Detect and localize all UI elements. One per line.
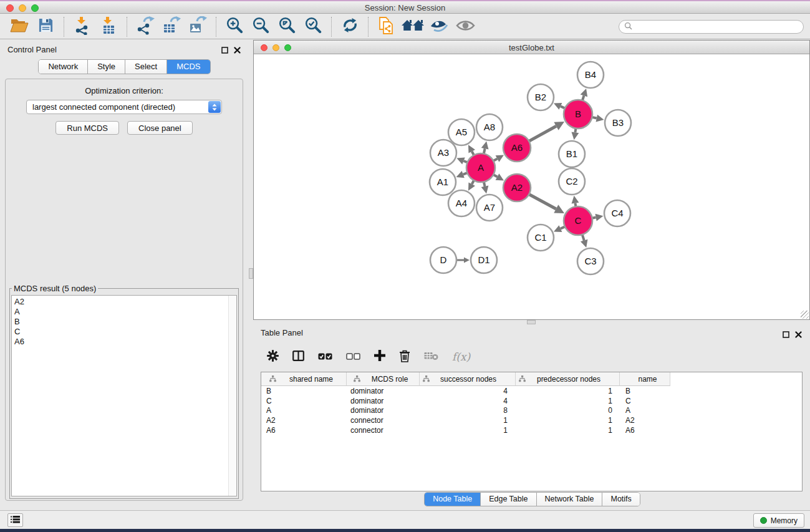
tab-motifs[interactable]: Motifs (602, 493, 639, 506)
control-panel-title: Control Panel (7, 45, 57, 54)
zoom-out-button[interactable] (248, 16, 274, 38)
search-input[interactable] (635, 22, 798, 31)
horizontal-splitter-handle[interactable] (527, 320, 536, 324)
close-panel-icon[interactable] (234, 45, 241, 56)
tab-edge-table[interactable]: Edge Table (481, 493, 536, 506)
table-cell[interactable]: 1 (420, 426, 516, 435)
table-cell[interactable]: 4 (420, 387, 516, 395)
table-row[interactable]: Adominator80A (261, 406, 802, 416)
search-field[interactable] (619, 20, 804, 34)
table-cell[interactable]: 1 (516, 397, 620, 405)
table-cell[interactable]: connector (347, 426, 420, 435)
list-item[interactable]: A (12, 307, 236, 317)
tab-select[interactable]: Select (125, 60, 167, 74)
zoom-in-button[interactable] (221, 16, 248, 38)
save-session-button[interactable] (32, 16, 59, 38)
column-header-successor-nodes[interactable]: successor nodes (420, 372, 516, 386)
table-cell[interactable]: A (261, 406, 347, 415)
task-history-button[interactable] (7, 513, 23, 527)
column-header-shared-name[interactable]: shared name (261, 372, 347, 386)
node-table[interactable]: shared nameMCDS rolesuccessor nodesprede… (261, 372, 803, 491)
table-cell[interactable]: 8 (420, 406, 516, 415)
graph-edge-A6-B[interactable] (529, 126, 556, 141)
table-row[interactable]: Bdominator41B (261, 386, 802, 396)
table-options-button[interactable] (267, 350, 279, 364)
column-header-predecessor-nodes[interactable]: predecessor nodes (516, 372, 620, 386)
tab-style[interactable]: Style (88, 60, 125, 74)
export-image-button[interactable] (185, 16, 211, 38)
hierarchy-icon (269, 375, 276, 382)
show-column-button[interactable] (292, 351, 304, 364)
table-cell[interactable]: 1 (516, 426, 620, 435)
create-column-button[interactable] (374, 350, 385, 364)
documents-icon (378, 16, 395, 37)
hide-details-button[interactable] (426, 16, 452, 38)
deselect-all-button[interactable] (346, 351, 360, 362)
zoom-fit-button[interactable] (274, 16, 300, 38)
network-window-titlebar[interactable]: testGlobe.txt (254, 41, 809, 54)
tab-network[interactable]: Network (39, 60, 88, 74)
tab-node-table[interactable]: Node Table (425, 493, 481, 506)
table-cell[interactable]: A6 (261, 426, 347, 435)
import-network-button[interactable] (69, 16, 95, 38)
apply-layout-button[interactable] (337, 16, 363, 38)
delete-column-button[interactable] (399, 349, 410, 365)
node-label-A2: A2 (511, 182, 523, 193)
table-cell[interactable]: A6 (620, 426, 670, 435)
table-cell[interactable]: dominator (347, 406, 420, 415)
column-header-name[interactable]: name (620, 372, 670, 386)
vertical-splitter-handle[interactable] (249, 268, 253, 279)
graph-edge-C-C3[interactable] (582, 235, 584, 241)
toolbar-separator (127, 17, 127, 37)
list-item[interactable]: A6 (12, 337, 236, 347)
table-cell[interactable]: 1 (420, 416, 516, 425)
table-cell[interactable]: 1 (516, 387, 620, 395)
table-cell[interactable]: 0 (516, 406, 620, 415)
select-all-button[interactable] (318, 351, 332, 362)
table-row[interactable]: A6connector11A6 (261, 425, 802, 435)
mcds-result-list[interactable]: A2ABCA6 (11, 295, 237, 496)
table-cell[interactable]: C (261, 397, 347, 405)
list-scrollbar[interactable] (228, 296, 236, 496)
table-cell[interactable]: A (620, 406, 670, 415)
import-table-button[interactable] (95, 16, 122, 38)
table-cell[interactable]: A2 (620, 416, 670, 425)
resize-grip[interactable] (801, 311, 809, 319)
list-item[interactable]: A2 (12, 297, 236, 307)
float-panel-icon[interactable] (783, 329, 789, 341)
table-cell[interactable]: B (261, 387, 347, 395)
table-row[interactable]: A2connector11A2 (261, 415, 802, 425)
edge-arrowhead (481, 141, 489, 149)
table-cell[interactable]: 1 (516, 416, 620, 425)
close-panel-icon[interactable] (795, 329, 802, 341)
show-details-button[interactable] (452, 16, 478, 38)
node-label-B2: B2 (535, 92, 546, 102)
edge-arrowhead (596, 115, 604, 122)
table-cell[interactable]: B (620, 387, 670, 395)
memory-button[interactable]: Memory (753, 513, 804, 528)
float-panel-icon[interactable] (221, 45, 228, 56)
table-cell[interactable]: connector (347, 416, 420, 425)
export-network-button[interactable] (132, 16, 158, 38)
graph-edge-A2-C[interactable] (529, 194, 556, 209)
tab-mcds[interactable]: MCDS (167, 60, 210, 74)
zoom-selected-button[interactable] (300, 16, 326, 38)
open-session-button[interactable] (6, 16, 32, 38)
table-cell[interactable]: dominator (347, 387, 420, 395)
table-cell[interactable]: A2 (261, 416, 347, 425)
duplicate-network-button[interactable] (374, 16, 400, 38)
run-mcds-button[interactable]: Run MCDS (55, 121, 119, 135)
first-neighbors-button[interactable] (400, 16, 426, 38)
tab-network-table[interactable]: Network Table (537, 493, 603, 506)
column-header-MCDS-role[interactable]: MCDS role (347, 372, 420, 386)
close-panel-button[interactable]: Close panel (127, 121, 193, 135)
network-canvas[interactable]: AA6A2BCA5A8A3A1A4A7B2B4B3B1C2C4C1C3DD1 (254, 54, 809, 319)
export-table-button[interactable] (158, 16, 185, 38)
table-cell[interactable]: dominator (347, 397, 420, 405)
list-item[interactable]: B (12, 317, 236, 327)
list-item[interactable]: C (12, 327, 236, 337)
table-row[interactable]: Cdominator41C (261, 396, 802, 406)
table-cell[interactable]: 4 (420, 397, 516, 405)
criterion-dropdown[interactable]: largest connected component (directed) (26, 100, 222, 114)
table-cell[interactable]: C (620, 397, 670, 405)
